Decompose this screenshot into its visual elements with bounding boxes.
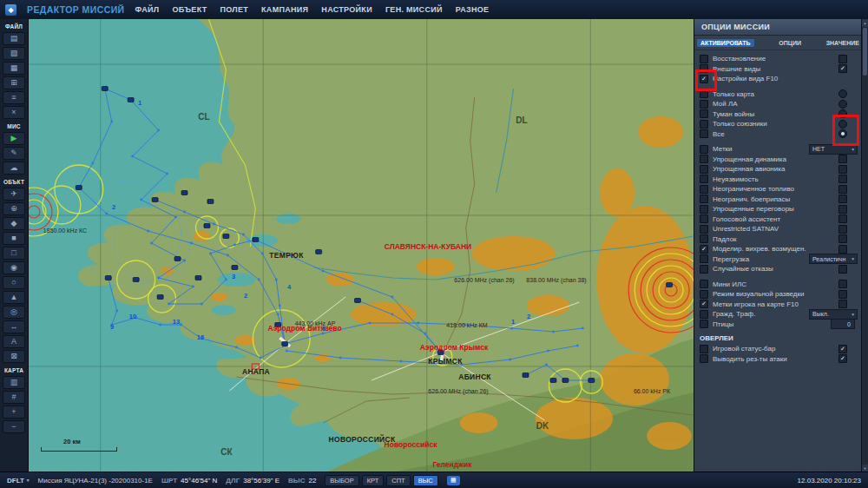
value-checkbox[interactable] xyxy=(838,280,847,288)
value-checkbox[interactable] xyxy=(838,165,847,174)
waypoint-dot[interactable] xyxy=(260,357,262,359)
value-checkbox[interactable] xyxy=(838,175,847,183)
waypoint-dot[interactable] xyxy=(322,333,325,335)
new-mission-icon[interactable]: ▤ xyxy=(3,32,25,45)
activate-checkbox[interactable] xyxy=(700,310,708,319)
column-activate[interactable]: АКТИВИРОВАТЬ xyxy=(697,39,754,47)
activate-checkbox[interactable] xyxy=(700,165,708,174)
waypoint-dot[interactable] xyxy=(225,279,227,281)
waypoint-dot[interactable] xyxy=(242,234,245,236)
unit-icon[interactable] xyxy=(133,278,139,282)
weather-icon[interactable]: ☁ xyxy=(3,162,25,175)
route-tool-icon[interactable]: ↔ xyxy=(3,320,25,333)
save-as-icon[interactable]: ⊞ xyxy=(3,76,25,89)
unit-icon[interactable] xyxy=(152,198,158,202)
statusbar-button-2[interactable]: СПТ xyxy=(386,475,410,486)
waypoint-dot[interactable] xyxy=(174,216,177,219)
menu-item-2[interactable]: ПОЛЕТ xyxy=(220,5,248,14)
value-checkbox[interactable]: ✓ xyxy=(838,345,847,353)
mission-options-icon[interactable]: ≡ xyxy=(3,91,25,104)
waypoint-dot[interactable] xyxy=(545,364,548,366)
waypoint-dot[interactable] xyxy=(213,223,215,226)
waypoint-dot[interactable] xyxy=(391,313,394,316)
menu-item-1[interactable]: ОБЪЕКТ xyxy=(173,5,207,14)
activate-checkbox[interactable] xyxy=(700,129,708,138)
value-checkbox[interactable] xyxy=(838,55,847,63)
value-checkbox[interactable] xyxy=(838,214,847,223)
waypoint-dot[interactable] xyxy=(227,254,229,257)
value-checkbox[interactable] xyxy=(838,185,847,194)
map-canvas[interactable]: CLDLСКDKТЕМРЮКАНАПАКРЫМСКАБИНСКНОВОРОССИ… xyxy=(29,19,694,472)
coord-format-select[interactable]: DFLT ▾ xyxy=(7,477,30,485)
waypoint-dot[interactable] xyxy=(582,327,584,330)
waypoint-dot[interactable] xyxy=(277,313,279,316)
value-checkbox[interactable] xyxy=(838,290,847,299)
activate-checkbox[interactable] xyxy=(700,89,708,98)
value-checkbox[interactable] xyxy=(838,300,847,308)
activate-checkbox[interactable] xyxy=(700,205,708,214)
unit-icon[interactable] xyxy=(232,266,238,270)
unit-icon[interactable] xyxy=(253,238,259,242)
template-icon[interactable]: ▲ xyxy=(3,291,25,304)
menu-item-3[interactable]: КАМПАНИЯ xyxy=(261,5,308,14)
activate-checkbox[interactable]: ✓ xyxy=(700,75,708,83)
statusbar-button-1[interactable]: КРТ xyxy=(362,475,385,486)
waypoint-dot[interactable] xyxy=(261,253,264,255)
waypoint-dot[interactable] xyxy=(510,327,513,330)
unit-icon[interactable] xyxy=(355,299,361,303)
waypoint-dot[interactable] xyxy=(147,230,149,233)
value-radio[interactable] xyxy=(838,129,847,138)
waypoint-dot[interactable] xyxy=(157,129,160,132)
activate-checkbox[interactable] xyxy=(700,320,708,328)
waypoint-dot[interactable] xyxy=(91,162,94,165)
scrollbar-thumb[interactable] xyxy=(863,28,867,76)
helicopter-group-icon[interactable]: ⊕ xyxy=(3,202,25,215)
activate-checkbox[interactable] xyxy=(700,280,708,288)
value-dropdown[interactable]: Выкл.▾ xyxy=(809,309,858,320)
ship-group-icon[interactable]: ◆ xyxy=(3,217,25,230)
activate-checkbox[interactable]: ✓ xyxy=(700,245,708,254)
menu-item-0[interactable]: ФАЙЛ xyxy=(135,5,160,14)
activate-checkbox[interactable] xyxy=(700,120,708,129)
panel-scrollbar[interactable]: ▲ ▼ xyxy=(861,19,868,472)
waypoint-dot[interactable] xyxy=(464,324,466,326)
waypoint-dot[interactable] xyxy=(275,279,278,281)
waypoint-dot[interactable] xyxy=(131,155,134,158)
unit-icon[interactable] xyxy=(223,234,229,239)
waypoint-dot[interactable] xyxy=(286,350,288,353)
airfield-icon[interactable]: ◉ xyxy=(3,261,25,274)
value-checkbox[interactable]: ✓ xyxy=(838,64,847,73)
menu-item-5[interactable]: ГЕН. МИССИЙ xyxy=(385,5,443,14)
waypoint-dot[interactable] xyxy=(322,270,325,273)
statusbar-button-0[interactable]: ВЫБОР xyxy=(325,475,358,486)
menu-item-4[interactable]: НАСТРОЙКИ xyxy=(321,5,372,14)
value-checkbox[interactable] xyxy=(838,234,847,243)
waypoint-dot[interactable] xyxy=(166,173,168,175)
waypoint-dot[interactable] xyxy=(391,296,394,299)
bullseye-icon[interactable]: ◎ xyxy=(3,306,25,319)
menu-item-6[interactable]: РАЗНОЕ xyxy=(456,5,490,14)
unit-icon[interactable] xyxy=(589,379,595,383)
activate-checkbox[interactable] xyxy=(700,175,708,183)
waypoint-dot[interactable] xyxy=(279,305,281,307)
airplane-group-icon[interactable]: ✈ xyxy=(3,188,25,201)
unit-icon[interactable] xyxy=(181,191,187,195)
trigger-zone-icon[interactable]: ○ xyxy=(3,276,25,289)
waypoint-dot[interactable] xyxy=(110,324,113,326)
waypoint-dot[interactable] xyxy=(552,331,555,333)
value-radio[interactable] xyxy=(838,100,847,109)
waypoint-dot[interactable] xyxy=(190,242,193,245)
unit-icon[interactable] xyxy=(550,379,556,383)
unit-icon[interactable] xyxy=(207,200,214,204)
scroll-up-icon[interactable]: ▲ xyxy=(862,19,868,27)
value-checkbox[interactable] xyxy=(838,225,847,234)
close-mission-icon[interactable]: × xyxy=(3,106,25,119)
grid-toggle-icon[interactable]: # xyxy=(3,391,25,404)
waypoint-dot[interactable] xyxy=(417,322,419,325)
waypoint-dot[interactable] xyxy=(576,345,579,347)
value-radio[interactable] xyxy=(838,89,847,98)
waypoint-dot[interactable] xyxy=(140,199,142,201)
value-field[interactable]: 0 xyxy=(831,319,855,329)
unit-icon[interactable] xyxy=(316,250,322,254)
unit-icon[interactable] xyxy=(204,224,210,228)
